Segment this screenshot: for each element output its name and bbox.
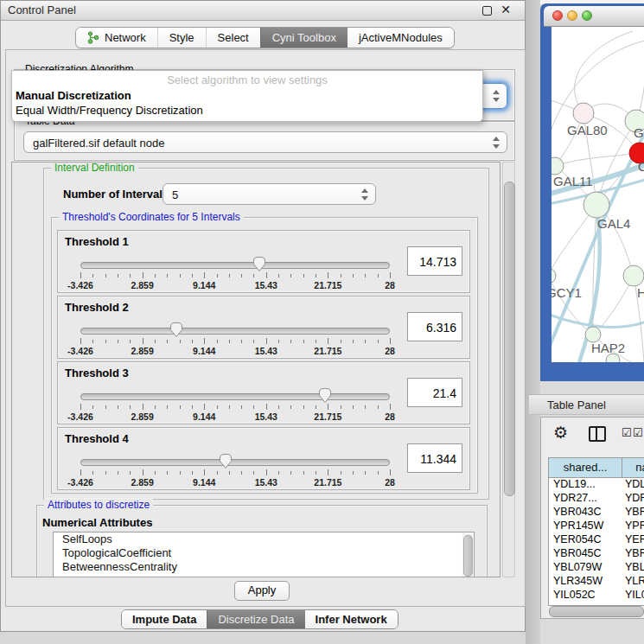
slider-thumb[interactable] [169, 322, 183, 338]
numerical-attributes-list[interactable]: SelfLoopsTopologicalCoefficientBetweenne… [53, 532, 475, 577]
close-icon[interactable]: ✕ [501, 3, 511, 16]
node-label-gal11: GAL11 [553, 174, 593, 188]
table-row[interactable]: YDR27...YDR2 [549, 492, 644, 506]
slider-thumb[interactable] [318, 387, 332, 404]
tab-jactivemnodules[interactable]: jActiveMNodules [348, 28, 454, 48]
column-header-name[interactable]: na [622, 458, 644, 477]
list-scrollbar[interactable] [462, 533, 473, 577]
table-row[interactable]: YBL079WYBL0 [549, 561, 644, 575]
threshold-slider[interactable]: -3.4262.8599.14415.4321.71528 [80, 255, 390, 291]
threshold-slider[interactable]: -3.4262.8599.14415.4321.71528 [80, 452, 390, 488]
scrollbar-thumb[interactable] [504, 182, 515, 496]
slider-track[interactable] [80, 262, 390, 269]
zoom-traffic-light-icon[interactable] [582, 10, 592, 21]
threshold-slider[interactable]: -3.4262.8599.14415.4321.71528 [80, 321, 390, 357]
table-row[interactable]: YDL19...YDL1 [549, 478, 644, 492]
slider-tick-label: 21.715 [314, 477, 341, 488]
threshold-panel: Threshold 1-3.4262.8599.14415.4321.71528… [57, 230, 470, 293]
minimize-traffic-light-icon[interactable] [567, 10, 577, 21]
node-label-clipped-h: H [637, 285, 644, 300]
tab-infer-network[interactable]: Infer Network [305, 610, 398, 628]
combo-arrows-icon [361, 188, 369, 201]
tab-network[interactable]: Network [76, 28, 157, 48]
slider-track[interactable] [80, 328, 390, 335]
gear-icon[interactable]: ⚙ [553, 423, 568, 443]
cell-name: YBL0 [622, 561, 644, 575]
slider-track[interactable] [80, 393, 390, 400]
slider-tick-label: -3.426 [67, 411, 93, 422]
panel-divider[interactable] [526, 0, 540, 644]
threshold-value-field[interactable]: 11.344 [407, 443, 462, 473]
slider-tick-label: 28 [385, 477, 395, 488]
dropdown-option-manual[interactable]: Manual Discretization [16, 89, 131, 102]
tab-label: Discretize Data [218, 613, 294, 626]
slider-tick-label: 28 [385, 346, 395, 356]
slider-tick-label: 15.43 [255, 411, 277, 422]
slider-tick-label: 15.43 [255, 477, 277, 488]
slider-tick-label: -3.426 [67, 280, 93, 290]
table-data-combobox[interactable]: galFiltered.sif default node [23, 131, 507, 153]
table-row[interactable]: YLR345WYLR3 [549, 575, 644, 589]
table-row[interactable]: YER054CYER0 [549, 533, 644, 547]
tab-label: Style [169, 31, 194, 44]
slider-tick-label: 2.859 [131, 280, 153, 290]
thresholds-group: Threshold's Coordinates for 5 Intervals … [51, 217, 478, 494]
table-row[interactable]: YIL052CYIL0 [549, 589, 644, 603]
checkbox-icon[interactable]: ☑ [622, 426, 632, 439]
attribute-list-item[interactable]: SelfLoops [54, 532, 474, 546]
column-header-shared-name[interactable]: shared... [549, 458, 622, 477]
close-traffic-light-icon[interactable] [552, 10, 563, 21]
network-canvas[interactable]: GAL80 G C GAL11 GAL4 GCY1 H HAP2 [552, 27, 644, 362]
slider-tick-label: 2.859 [131, 411, 153, 422]
split-columns-icon[interactable] [589, 426, 606, 442]
threshold-value-field[interactable]: 6.316 [407, 312, 462, 341]
slider-thumb[interactable] [252, 256, 266, 272]
network-icon [87, 31, 99, 44]
cell-shared-name: YBR045C [549, 547, 622, 561]
slider-tick-label: 9.144 [193, 280, 215, 290]
table-horizontal-scrollbar[interactable] [549, 606, 644, 617]
slider-tick-label: 2.859 [131, 477, 153, 488]
table-row[interactable]: YPR145WYPR1 [549, 520, 644, 533]
slider-tick-label: 9.144 [193, 346, 215, 356]
threshold-slider[interactable]: -3.4262.8599.14415.4321.71528 [80, 386, 390, 423]
apply-button[interactable]: Apply [234, 581, 290, 601]
slider-tick-label: 28 [385, 280, 395, 290]
threshold-value-field[interactable]: 21.4 [407, 378, 462, 407]
slider-tick-label: -3.426 [67, 477, 93, 488]
cell-shared-name: YLR345W [549, 575, 622, 589]
slider-tick-label: 21.715 [314, 346, 341, 356]
attribute-list-item[interactable]: TopologicalCoefficient [54, 546, 474, 560]
cell-name: YDR2 [622, 492, 644, 506]
algorithm-dropdown-popup: Select algorithm to view settings Manual… [11, 70, 483, 122]
tab-cyni-toolbox[interactable]: Cyni Toolbox [260, 28, 348, 48]
tab-impute-data[interactable]: Impute Data [122, 610, 207, 628]
node-label-clipped-c: C [638, 159, 644, 174]
checkbox-icon[interactable]: ☑ [633, 426, 643, 439]
node-label-gal80: GAL80 [567, 123, 608, 137]
dropdown-option-equal-width[interactable]: Equal Width/Frequency Discretization [16, 104, 203, 117]
slider-tick-label: 15.43 [255, 346, 277, 356]
tab-style[interactable]: Style [157, 28, 206, 48]
panel-scrollbar[interactable] [502, 162, 515, 577]
float-window-icon[interactable] [482, 6, 492, 16]
cell-shared-name: YDL19... [549, 478, 622, 492]
slider-tick-label: -3.426 [67, 346, 93, 356]
slider-thumb[interactable] [219, 453, 233, 469]
tab-discretize-data[interactable]: Discretize Data [207, 610, 304, 628]
attribute-list-item[interactable]: BetweennessCentrality [54, 560, 474, 574]
slider-tick-label: 21.715 [314, 280, 341, 290]
tab-label: Cyni Toolbox [272, 31, 336, 44]
table-row[interactable]: YBR045CYBR0 [549, 547, 644, 561]
window-title: Control Panel [8, 3, 76, 16]
table-row[interactable]: YBR043CYBR0 [549, 506, 644, 520]
node-label-hap2: HAP2 [591, 341, 625, 355]
threshold-label: Threshold 1 [65, 235, 129, 248]
cell-shared-name: YDR27... [549, 492, 622, 506]
tab-select[interactable]: Select [206, 28, 260, 48]
control-panel-window: Control Panel ✕ Network Style Select Cyn… [0, 0, 526, 632]
slider-track[interactable] [80, 459, 390, 466]
node-gal80 [573, 103, 594, 124]
num-intervals-combobox[interactable]: 5 [163, 183, 376, 205]
threshold-value-field[interactable]: 14.713 [407, 246, 462, 276]
